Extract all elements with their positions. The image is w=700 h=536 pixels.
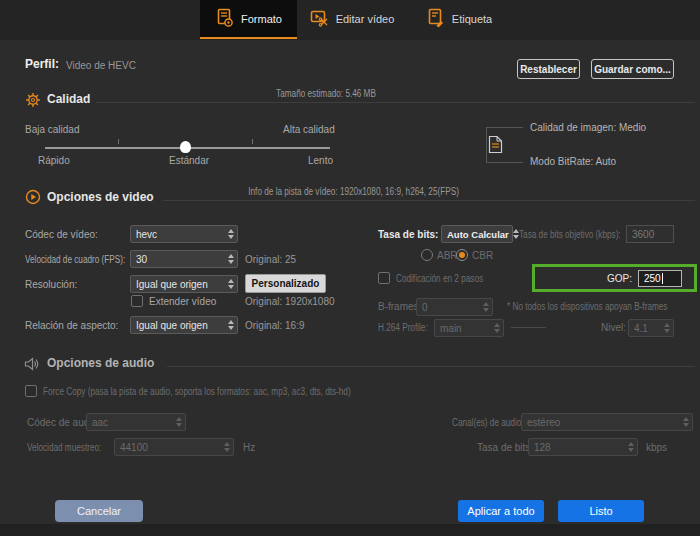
slider-standard-label: Estándar — [169, 155, 209, 166]
expand-video-label: Extender vídeo — [149, 296, 216, 307]
image-quality-text: Calidad de imagen: Medio — [530, 122, 646, 133]
aspect-ratio-original: Original: 16:9 — [245, 320, 304, 331]
dropdown-stepper-icon[interactable] — [228, 320, 234, 330]
dropdown-stepper-icon[interactable] — [664, 323, 670, 333]
target-bitrate-input[interactable]: 3600 — [626, 225, 674, 243]
slider-tick — [252, 139, 253, 144]
custom-resolution-button[interactable]: Personalizado — [245, 274, 326, 293]
bframes-note: * No todos los dispositivos apoyan B-fra… — [507, 301, 667, 312]
audio-section-title: Opciones de audio — [47, 356, 154, 370]
dropdown-stepper-icon[interactable] — [228, 229, 234, 239]
tab-etiqueta[interactable]: Etiqueta — [421, 0, 497, 38]
audio-bitrate-value: 128 — [534, 442, 551, 453]
dropdown-stepper-icon[interactable] — [494, 323, 500, 333]
resolution-original: Original: 1920x1080 — [245, 296, 335, 307]
frame-rate-dropdown[interactable]: 30 — [130, 250, 238, 268]
info-connector-line — [486, 162, 523, 163]
cbr-radio-label: CBR — [472, 250, 493, 261]
gop-highlight-box: GOP: 250 — [532, 264, 697, 292]
bframes-value: 0 — [422, 302, 428, 313]
slider-low-quality-label: Baja calidad — [25, 124, 79, 135]
aspect-ratio-label: Relación de aspecto: — [25, 320, 118, 331]
gop-label: GOP: — [607, 273, 632, 284]
abr-radio-label: ABR — [437, 250, 458, 261]
quality-section-divider — [96, 102, 695, 103]
profile-level-divider — [511, 327, 546, 328]
video-section-divider — [163, 200, 695, 201]
quality-slider-handle[interactable] — [180, 141, 191, 153]
info-connector-line — [486, 127, 523, 128]
video-codec-value: hevc — [136, 229, 157, 240]
slider-slow-label: Lento — [308, 155, 333, 166]
bit-rate-value: Auto Calcular — [447, 229, 509, 240]
video-codec-label: Códec de vídeo: — [25, 229, 98, 240]
sample-rate-dropdown[interactable]: 44100 — [114, 438, 234, 456]
aspect-ratio-value: Igual que origen — [136, 320, 208, 331]
two-pass-checkbox[interactable] — [378, 272, 390, 284]
audio-bitrate-unit: kbps — [646, 442, 667, 453]
abr-radio[interactable] — [421, 249, 433, 261]
dropdown-stepper-icon[interactable] — [228, 254, 234, 264]
video-section-title: Opciones de video — [47, 190, 154, 204]
play-circle-icon — [25, 189, 41, 209]
profile-label: Perfil: — [25, 57, 59, 71]
sample-rate-value: 44100 — [120, 442, 148, 453]
dropdown-stepper-icon[interactable] — [176, 417, 182, 427]
sample-rate-unit: Hz — [243, 442, 255, 453]
video-codec-dropdown[interactable]: hevc — [130, 225, 238, 243]
audio-bitrate-dropdown[interactable]: 128 — [528, 438, 638, 456]
slider-fast-label: Rápido — [38, 155, 70, 166]
reset-button[interactable]: Restablecer — [517, 59, 580, 79]
dropdown-stepper-icon[interactable] — [228, 279, 234, 289]
tab-etiqueta-label: Etiqueta — [452, 13, 492, 25]
gop-input[interactable]: 250 — [638, 270, 682, 287]
info-connector-line — [486, 127, 487, 163]
expand-video-checkbox[interactable] — [131, 295, 143, 307]
bit-rate-label: Tasa de bits: — [378, 229, 438, 240]
tab-editar-video[interactable]: Editar vídeo — [306, 0, 398, 38]
done-button[interactable]: Listo — [558, 500, 644, 522]
audio-codec-dropdown[interactable]: aac — [86, 413, 186, 431]
dropdown-stepper-icon[interactable] — [683, 417, 689, 427]
dropdown-stepper-icon[interactable] — [224, 442, 230, 452]
target-bitrate-label: Tasa de bits objetivo (kbps): — [519, 229, 621, 240]
level-label: Nivel: — [601, 322, 626, 333]
slider-high-quality-label: Alta calidad — [283, 124, 335, 135]
bframes-dropdown[interactable]: 0 — [416, 298, 493, 316]
h264-profile-label: H.264 Profile: — [378, 322, 428, 333]
slider-tick — [118, 139, 119, 144]
frame-rate-label: Velocidad de cuadro (FPS): — [25, 254, 125, 265]
force-copy-label: Force Copy (pasa la pista de audio, sopo… — [43, 386, 351, 397]
audio-channels-dropdown[interactable]: estéreo — [521, 413, 693, 431]
sample-rate-label: Velocidad muestreo: — [27, 442, 101, 453]
h264-profile-dropdown[interactable]: main — [434, 319, 504, 337]
level-value: 4.1 — [634, 323, 648, 334]
text-cursor — [662, 273, 663, 284]
file-info-icon — [488, 135, 503, 158]
aspect-ratio-dropdown[interactable]: Igual que origen — [130, 316, 238, 334]
bframes-label: B-frames: — [378, 301, 421, 312]
window-bottom-edge — [0, 524, 700, 536]
h264-profile-value: main — [440, 323, 462, 334]
dropdown-stepper-icon[interactable] — [483, 302, 489, 312]
edit-video-scissors-icon — [310, 8, 330, 30]
tag-document-pencil-icon — [426, 8, 446, 30]
video-track-info: Info de la pista de vídeo: 1920x1080, 16… — [245, 186, 462, 197]
dropdown-stepper-icon[interactable] — [628, 442, 634, 452]
bit-rate-dropdown[interactable]: Auto Calcular — [441, 225, 513, 243]
resolution-dropdown[interactable]: Igual que origen — [130, 275, 238, 293]
resolution-label: Resolución: — [25, 279, 77, 290]
level-dropdown[interactable]: 4.1 — [628, 319, 674, 337]
settings-window: Formato Editar vídeo Etiqueta Perfil: — [0, 0, 700, 536]
cancel-button[interactable]: Cancelar — [55, 500, 143, 522]
quality-section-title: Calidad — [47, 92, 90, 106]
tab-formato[interactable]: Formato — [200, 0, 297, 38]
save-as-button[interactable]: Guardar como... — [591, 59, 674, 79]
radio-selected-dot — [459, 252, 465, 258]
apply-all-button[interactable]: Aplicar a todo — [458, 500, 544, 522]
resolution-value: Igual que origen — [136, 279, 208, 290]
dropdown-stepper-icon[interactable] — [513, 229, 519, 239]
audio-section-divider — [167, 366, 695, 367]
force-copy-checkbox[interactable] — [25, 385, 37, 397]
cbr-radio[interactable] — [456, 249, 468, 261]
